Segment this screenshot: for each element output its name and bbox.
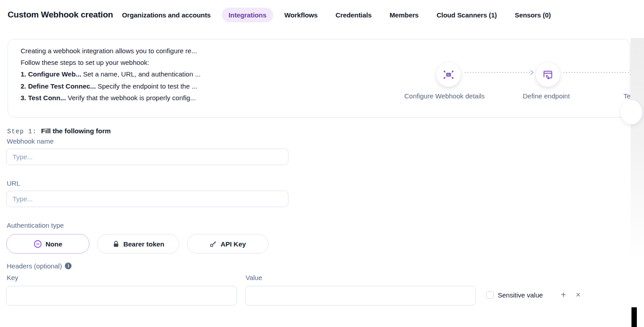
tab-workflows[interactable]: Workflows bbox=[284, 11, 318, 19]
step-title: Fill the following form bbox=[41, 127, 111, 135]
sensitive-value-label: Sensitive value bbox=[498, 291, 543, 299]
webhook-name-input[interactable] bbox=[6, 149, 288, 165]
stepper-step3-circle bbox=[621, 100, 642, 124]
stepper-step1-label: Configure Webhook details bbox=[404, 92, 485, 100]
step-prefix: Step 1: bbox=[7, 128, 37, 135]
header-key-input[interactable] bbox=[6, 286, 237, 306]
browser-window-icon bbox=[542, 69, 554, 81]
intro-line: 1. Configure Web... Set a name, URL, and… bbox=[21, 68, 200, 80]
page-title: Custom Webhook creation bbox=[8, 10, 113, 20]
tab-members[interactable]: Members bbox=[390, 11, 419, 19]
minus-circle-icon bbox=[34, 240, 42, 248]
add-header-button[interactable]: + bbox=[561, 291, 566, 299]
header: Custom Webhook creation Organizations an… bbox=[8, 10, 644, 20]
header-value-input[interactable] bbox=[245, 286, 476, 306]
auth-type-label: Authentication type bbox=[7, 221, 64, 229]
step-heading: Step 1: Fill the following form bbox=[7, 127, 111, 135]
tab-bar: Organizations and accounts Integrations … bbox=[122, 11, 551, 19]
stepper-arrow-2 bbox=[563, 69, 635, 76]
tab-sensors[interactable]: Sensors (0) bbox=[515, 11, 551, 19]
intro-line: Follow these steps to set up your webhoo… bbox=[21, 57, 200, 68]
auth-none-button[interactable]: None bbox=[6, 234, 89, 254]
intro-line: 3. Test Conn... Verify that the webhook … bbox=[21, 92, 200, 104]
tab-cloud-scanners[interactable]: Cloud Scanners (1) bbox=[436, 11, 497, 19]
stepper-step1-circle bbox=[436, 63, 461, 87]
url-label: URL bbox=[7, 179, 20, 187]
stepper-arrow-1 bbox=[464, 69, 535, 76]
sensitive-value-row: Sensitive value + × bbox=[486, 291, 580, 299]
tab-organizations-and-accounts[interactable]: Organizations and accounts bbox=[122, 11, 211, 19]
header-key-label: Key bbox=[7, 274, 18, 281]
tab-integrations[interactable]: Integrations bbox=[222, 8, 273, 22]
stepper-step2-label: Define endpoint bbox=[523, 92, 570, 100]
header-value-label: Value bbox=[246, 274, 262, 281]
key-icon bbox=[209, 240, 217, 248]
intro-line: 2. Define Test Connec... Specify the end… bbox=[21, 81, 200, 92]
scan-frame-icon bbox=[443, 69, 454, 81]
right-edge-panel bbox=[631, 38, 644, 261]
intro-text: Creating a webhook integration allows yo… bbox=[21, 45, 200, 104]
url-input[interactable] bbox=[6, 191, 288, 207]
webhook-name-label: Webhook name bbox=[7, 137, 54, 145]
stepper-step2-circle bbox=[536, 63, 560, 87]
intro-line: Creating a webhook integration allows yo… bbox=[21, 45, 200, 57]
intro-panel: Creating a webhook integration allows yo… bbox=[8, 39, 630, 118]
headers-section-label: Headers (optional) i bbox=[7, 262, 72, 270]
lock-icon bbox=[112, 240, 120, 248]
sensitive-value-checkbox[interactable] bbox=[486, 291, 494, 299]
text-caret bbox=[631, 307, 637, 327]
remove-header-button[interactable]: × bbox=[576, 291, 581, 299]
tab-credentials[interactable]: Credentials bbox=[335, 11, 372, 19]
auth-api-key-button[interactable]: API Key bbox=[187, 234, 268, 254]
auth-type-options: None Bearer token API Key bbox=[6, 234, 268, 254]
info-icon[interactable]: i bbox=[65, 263, 72, 269]
auth-bearer-token-button[interactable]: Bearer token bbox=[97, 234, 179, 254]
